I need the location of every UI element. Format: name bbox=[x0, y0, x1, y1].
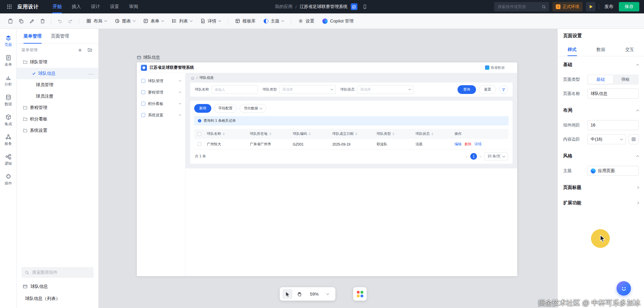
apps-grid-icon[interactable] bbox=[5, 2, 14, 11]
col-header-name[interactable]: 球队名称 bbox=[204, 132, 247, 136]
row-checkbox[interactable] bbox=[198, 142, 201, 146]
section-style[interactable]: 风格 bbox=[563, 148, 639, 164]
tree-folder-team-management[interactable]: 球队管理 bbox=[17, 56, 98, 68]
topbar-search-input[interactable] bbox=[497, 4, 540, 9]
col-header-status[interactable]: 球队状态 bbox=[413, 132, 452, 136]
format-painter-button[interactable] bbox=[27, 16, 37, 26]
copilot-button[interactable]: Copilot 管理 bbox=[319, 16, 357, 26]
page-size-select[interactable]: 10 条/页 bbox=[484, 152, 508, 160]
tree-page-team-info-selected[interactable]: 球队信息 ··· bbox=[17, 68, 98, 79]
page-name-input[interactable] bbox=[587, 89, 639, 99]
prev-page-icon[interactable]: ‹ bbox=[466, 154, 467, 159]
rail-item-pages[interactable]: 页面 bbox=[1, 32, 16, 50]
theme-select[interactable]: 应用页面 bbox=[587, 166, 639, 176]
page-type-modal-option[interactable]: 弹框 bbox=[613, 75, 638, 84]
pan-tool-button[interactable] bbox=[294, 289, 304, 299]
page-preview-frame[interactable]: 江苏省足球联赛管理系统 数睿数据 球队管理 赛程管理 bbox=[137, 62, 517, 276]
assistant-chat-button[interactable] bbox=[616, 281, 631, 296]
col-header-founded[interactable]: 球队成立日期 bbox=[330, 132, 374, 136]
redo-button[interactable] bbox=[65, 16, 75, 26]
layer-item-team-info-list[interactable]: 球队信息（列表） bbox=[17, 293, 98, 305]
section-page-title[interactable]: 页面标题 bbox=[563, 180, 639, 195]
rail-item-data[interactable]: 数据 bbox=[1, 92, 16, 109]
copy-button[interactable] bbox=[16, 16, 26, 26]
more-actions-icon[interactable]: ··· bbox=[88, 71, 94, 76]
tree-folder-points-board[interactable]: 积分看板 bbox=[17, 113, 98, 125]
paste-button[interactable] bbox=[5, 16, 15, 26]
tab-menu-management[interactable]: 菜单管理 bbox=[23, 29, 42, 44]
menu-settings[interactable]: 设置 bbox=[105, 0, 124, 13]
delete-button[interactable] bbox=[38, 16, 48, 26]
select-tool-button[interactable] bbox=[282, 289, 292, 299]
layer-search-input[interactable] bbox=[32, 270, 90, 275]
tab-page-management[interactable]: 页面管理 bbox=[51, 29, 69, 44]
advanced-filter-button[interactable] bbox=[499, 85, 508, 94]
page-type-basic-option[interactable]: 基础 bbox=[588, 75, 613, 84]
form-dropdown[interactable]: 表单 bbox=[140, 16, 167, 26]
preview-nav-schedule-management[interactable]: 赛程管理 bbox=[137, 87, 185, 98]
team-type-select[interactable]: 请选择 bbox=[279, 85, 336, 94]
team-status-select[interactable]: 请选择 bbox=[357, 85, 414, 94]
rail-item-plugins[interactable]: 插件 bbox=[1, 171, 16, 188]
tree-page-player-management[interactable]: 球员管理 bbox=[17, 79, 98, 91]
field-config-button[interactable]: 字段配置 bbox=[214, 104, 237, 113]
settings-button[interactable]: 设置 bbox=[294, 16, 318, 26]
design-canvas[interactable]: 球队信息 江苏省足球联赛管理系统 数睿数据 球队管理 赛 bbox=[99, 29, 557, 308]
env-badge[interactable]: ! 正式环境 bbox=[552, 2, 583, 11]
sort-icon[interactable] bbox=[269, 133, 271, 135]
tree-folder-schedule-management[interactable]: 赛程管理 bbox=[17, 102, 98, 113]
theme-dropdown[interactable]: 主题 bbox=[260, 16, 287, 26]
col-header-location[interactable]: 球队所在地 bbox=[247, 132, 290, 136]
zoom-level-select[interactable]: 59% bbox=[306, 292, 333, 297]
content-padding-select[interactable]: 中(16) bbox=[587, 134, 626, 144]
padding-config-button[interactable] bbox=[629, 134, 639, 144]
reset-button[interactable]: 重置 bbox=[479, 85, 496, 94]
detail-dropdown[interactable]: 详情 bbox=[197, 16, 224, 26]
section-extensions[interactable]: 扩展功能 bbox=[563, 195, 639, 211]
template-library-button[interactable]: 模板库 bbox=[231, 16, 259, 26]
component-market-button[interactable] bbox=[353, 287, 367, 301]
rail-item-integrations[interactable]: 集成 bbox=[1, 111, 16, 129]
query-button[interactable]: 查询 bbox=[458, 85, 476, 94]
add-record-button[interactable]: 新增 bbox=[194, 104, 211, 113]
run-preview-button[interactable] bbox=[586, 2, 595, 11]
save-button[interactable]: 保存 bbox=[619, 2, 639, 11]
menu-review[interactable]: 审阅 bbox=[124, 0, 143, 13]
sort-icon[interactable] bbox=[355, 133, 357, 135]
delete-link[interactable]: 删除 bbox=[465, 142, 472, 147]
mobile-preview-icon[interactable] bbox=[360, 2, 369, 11]
list-dropdown[interactable]: 列表 bbox=[168, 16, 196, 26]
menu-insert[interactable]: 插入 bbox=[67, 0, 86, 13]
col-header-code[interactable]: 球队编码 bbox=[290, 132, 330, 136]
table-row[interactable]: 广州恒大 广东省广州市 GZ001 2025-09-19 职业队 活跃 编辑 删… bbox=[194, 139, 508, 150]
tab-style[interactable]: 样式 bbox=[558, 43, 587, 56]
home-icon[interactable] bbox=[191, 76, 195, 80]
tree-page-player-registration[interactable]: 球员注册 bbox=[17, 91, 98, 102]
page-number[interactable]: 1 bbox=[470, 153, 477, 160]
publish-button[interactable]: 发布 bbox=[602, 4, 615, 10]
preview-nav-system-settings[interactable]: 系统设置 bbox=[137, 109, 185, 121]
menu-start[interactable]: 开始 bbox=[48, 0, 67, 13]
menu-design[interactable]: 设计 bbox=[86, 0, 105, 13]
app-version-badge-icon[interactable] bbox=[351, 3, 357, 10]
tab-interaction[interactable]: 交互 bbox=[615, 43, 644, 56]
sort-icon[interactable] bbox=[223, 133, 225, 135]
rail-item-analytics[interactable]: 分析 bbox=[1, 72, 16, 89]
section-layout[interactable]: 布局 bbox=[563, 103, 639, 118]
detail-link[interactable]: 详情 bbox=[475, 142, 482, 147]
breadcrumb-my-apps[interactable]: 我的应用 bbox=[275, 4, 292, 10]
rail-item-services[interactable]: 服务 bbox=[1, 131, 16, 149]
add-folder-icon[interactable] bbox=[86, 46, 94, 54]
rail-item-logic[interactable]: 逻辑 bbox=[1, 151, 16, 168]
layout-dropdown[interactable]: 布局 bbox=[83, 16, 110, 26]
tab-data[interactable]: 数据 bbox=[587, 43, 615, 56]
canvas-page-label[interactable]: 球队信息 bbox=[137, 55, 160, 60]
undo-button[interactable] bbox=[55, 16, 65, 26]
sort-icon[interactable] bbox=[431, 133, 433, 135]
topbar-search[interactable] bbox=[494, 2, 549, 11]
component-gap-input[interactable] bbox=[587, 120, 639, 130]
next-page-icon[interactable]: › bbox=[480, 154, 481, 159]
chart-dropdown[interactable]: 图表 bbox=[111, 16, 139, 26]
rail-item-forms[interactable]: 表单 bbox=[1, 52, 16, 69]
preview-nav-points-board[interactable]: 积分看板 bbox=[137, 98, 185, 109]
